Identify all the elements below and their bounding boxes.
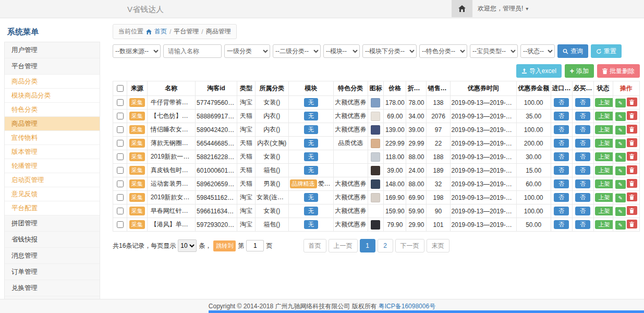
import-toggle-button[interactable]: 否 (554, 112, 569, 121)
delete-button[interactable] (627, 206, 637, 215)
page-button-4[interactable]: 下一页 (395, 239, 424, 252)
filter-select-5[interactable]: --特色分类-- (419, 44, 467, 58)
page-button-0[interactable]: 首页 (303, 239, 326, 252)
delete-button[interactable] (627, 165, 637, 174)
search-button[interactable]: 查询 (557, 44, 588, 58)
add-button[interactable]: + 添加 (565, 64, 594, 78)
import-toggle-button[interactable]: 否 (554, 139, 569, 148)
edit-button[interactable]: ✎ (615, 112, 626, 121)
edit-button[interactable]: ✎ (615, 207, 626, 216)
status-button[interactable]: 上架 (595, 207, 613, 215)
sidebar-item-3[interactable]: 模块商品分类 (5, 89, 100, 103)
icp-link[interactable]: 粤ICP备16098006号 (379, 302, 435, 311)
sidebar-item-11[interactable]: 平台配置 (5, 201, 100, 215)
status-button[interactable]: 上架 (595, 125, 613, 134)
import-toggle-button[interactable]: 否 (554, 98, 569, 107)
mustbuy-toggle-button[interactable]: 否 (575, 220, 590, 229)
status-button[interactable]: 上架 (595, 179, 613, 188)
edit-button[interactable]: ✎ (615, 139, 626, 148)
mustbuy-toggle-button[interactable]: 否 (575, 193, 590, 202)
status-button[interactable]: 上架 (595, 98, 613, 107)
status-button[interactable]: 上架 (595, 166, 613, 175)
sidebar-item-6[interactable]: 宣传物料 (5, 131, 100, 145)
per-page-select[interactable]: 10 (178, 239, 197, 252)
row-checkbox[interactable] (117, 194, 124, 201)
breadcrumb-item-platform[interactable]: 平台管理 (174, 27, 199, 36)
sidebar-item-12[interactable]: 拼团管理 (5, 215, 100, 232)
mustbuy-toggle-button[interactable]: 否 (575, 98, 590, 107)
mustbuy-toggle-button[interactable]: 否 (575, 179, 590, 188)
row-checkbox[interactable] (117, 126, 124, 133)
status-button[interactable]: 上架 (595, 152, 613, 161)
sidebar-item-1[interactable]: 平台管理 (5, 58, 100, 75)
delete-button[interactable] (627, 179, 637, 188)
sidebar-item-13[interactable]: 省钱快报 (5, 232, 100, 248)
user-menu[interactable]: 欢迎您，管理员! ▾ (472, 0, 533, 17)
filter-select-4[interactable]: --模块下分类-- (362, 44, 417, 58)
import-toggle-button[interactable]: 否 (554, 166, 569, 175)
filter-select-7[interactable]: --状态-- (520, 44, 555, 58)
row-checkbox[interactable] (117, 153, 124, 160)
delete-button[interactable] (627, 192, 637, 201)
row-checkbox[interactable] (117, 208, 124, 214)
row-checkbox[interactable] (117, 221, 124, 228)
import-toggle-button[interactable]: 否 (554, 179, 569, 188)
delete-button[interactable] (627, 138, 637, 147)
row-checkbox[interactable] (117, 113, 124, 119)
page-button-1[interactable]: 上一页 (329, 239, 358, 252)
import-toggle-button[interactable]: 否 (554, 207, 569, 215)
sidebar-item-4[interactable]: 特色分类 (5, 103, 100, 117)
row-checkbox[interactable] (117, 99, 124, 106)
status-button[interactable]: 上架 (595, 193, 613, 202)
filter-select-2[interactable]: --二级分类-- (273, 44, 321, 58)
row-checkbox[interactable] (117, 180, 124, 187)
delete-button[interactable] (627, 152, 637, 161)
mustbuy-toggle-button[interactable]: 否 (575, 112, 590, 121)
edit-button[interactable]: ✎ (615, 221, 626, 230)
import-toggle-button[interactable]: 否 (554, 193, 569, 202)
import-toggle-button[interactable]: 否 (554, 152, 569, 161)
name-search-input[interactable] (163, 44, 222, 58)
page-button-2[interactable]: 1 (360, 239, 375, 252)
status-button[interactable]: 上架 (595, 139, 613, 148)
mustbuy-toggle-button[interactable]: 否 (575, 125, 590, 134)
page-button-5[interactable]: 末页 (427, 239, 449, 252)
mustbuy-toggle-button[interactable]: 否 (575, 207, 590, 215)
jump-button[interactable]: 跳转到 (213, 240, 236, 251)
reset-button[interactable]: 重置 (591, 44, 622, 58)
page-jump-input[interactable] (246, 240, 264, 251)
mustbuy-toggle-button[interactable]: 否 (575, 139, 590, 148)
import-toggle-button[interactable]: 否 (554, 125, 569, 134)
status-button[interactable]: 上架 (595, 112, 613, 121)
sidebar-item-5[interactable]: 商品管理 (5, 117, 100, 131)
select-all-checkbox[interactable] (117, 85, 124, 92)
filter-select-0[interactable]: --数据来源-- (113, 44, 161, 58)
delete-button[interactable] (627, 125, 637, 134)
sidebar-item-2[interactable]: 商品分类 (5, 75, 100, 89)
filter-select-1[interactable]: 一级分类 (224, 44, 270, 58)
mustbuy-toggle-button[interactable]: 否 (575, 166, 590, 175)
filter-select-3[interactable]: --模块-- (323, 44, 360, 58)
sidebar-item-8[interactable]: 轮播管理 (5, 159, 100, 173)
delete-button[interactable] (627, 220, 637, 228)
sidebar-item-14[interactable]: 消息管理 (5, 248, 100, 264)
status-button[interactable]: 上架 (595, 220, 613, 229)
row-checkbox[interactable] (117, 140, 124, 147)
batch-delete-button[interactable]: 批量删除 (597, 64, 640, 78)
edit-button[interactable]: ✎ (615, 194, 626, 202)
sidebar-item-7[interactable]: 版本管理 (5, 145, 100, 159)
edit-button[interactable]: ✎ (615, 166, 626, 175)
sidebar-item-15[interactable]: 订单管理 (5, 264, 100, 280)
sidebar-item-9[interactable]: 启动页管理 (5, 173, 100, 187)
edit-button[interactable]: ✎ (615, 153, 626, 162)
import-excel-button[interactable]: 导入excel (516, 64, 562, 78)
breadcrumb-home-link[interactable]: 首页 (154, 27, 167, 36)
page-button-3[interactable]: 2 (378, 239, 393, 252)
edit-button[interactable]: ✎ (615, 180, 626, 189)
row-checkbox[interactable] (117, 167, 124, 174)
edit-button[interactable]: ✎ (615, 126, 626, 135)
sidebar-item-16[interactable]: 兑换管理 (5, 280, 100, 296)
sidebar-item-10[interactable]: 意见反馈 (5, 187, 100, 201)
delete-button[interactable] (627, 111, 637, 120)
mustbuy-toggle-button[interactable]: 否 (575, 152, 590, 161)
